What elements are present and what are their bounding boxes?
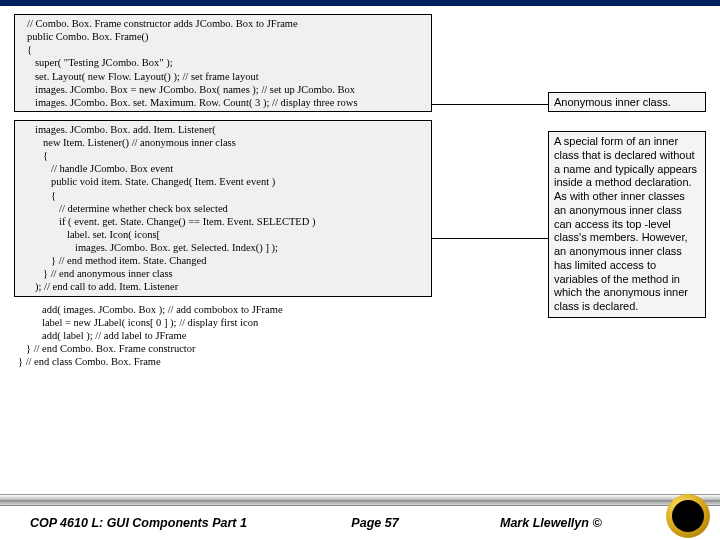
code-line: images. JCombo. Box. get. Selected. Inde…	[19, 241, 427, 254]
footer-page-number: Page 57	[300, 516, 450, 530]
logo-inner	[672, 500, 704, 532]
slide-content: // Combo. Box. Frame constructor adds JC…	[0, 6, 720, 496]
code-line: images. JCombo. Box. add. Item. Listener…	[19, 123, 427, 136]
code-line: ); // end call to add. Item. Listener	[19, 280, 427, 293]
code-line: images. JCombo. Box. set. Maximum. Row. …	[19, 96, 427, 109]
logo-circle	[666, 494, 710, 538]
code-line: set. Layout( new Flow. Layout() ); // se…	[19, 70, 427, 83]
annotation-anonymous-desc: A special form of an inner class that is…	[548, 131, 706, 318]
code-line: // determine whether check box selected	[19, 202, 427, 215]
code-line: new Item. Listener() // anonymous inner …	[19, 136, 427, 149]
code-line: label = new JLabel( icons[ 0 ] ); // dis…	[18, 316, 428, 329]
annotation-anonymous-title: Anonymous inner class.	[548, 92, 706, 112]
code-line: {	[19, 43, 427, 56]
connector-line	[432, 104, 548, 105]
code-line: public void item. State. Changed( Item. …	[19, 175, 427, 188]
code-line: {	[19, 189, 427, 202]
connector-line	[432, 238, 548, 239]
code-line: // Combo. Box. Frame constructor adds JC…	[19, 17, 427, 30]
footer: COP 4610 L: GUI Components Part 1 Page 5…	[0, 506, 720, 540]
code-line: // handle JCombo. Box event	[19, 162, 427, 175]
code-line: images. JCombo. Box = new JCombo. Box( n…	[19, 83, 427, 96]
code-line: {	[19, 149, 427, 162]
code-block-end: add( images. JCombo. Box ); // add combo…	[14, 301, 432, 369]
code-block-listener: images. JCombo. Box. add. Item. Listener…	[14, 120, 432, 297]
code-line: } // end anonymous inner class	[19, 267, 427, 280]
divider-chrome-bar	[0, 494, 720, 506]
code-line: if ( event. get. State. Change() == Item…	[19, 215, 427, 228]
code-block-constructor: // Combo. Box. Frame constructor adds JC…	[14, 14, 432, 112]
code-line: add( images. JCombo. Box ); // add combo…	[18, 303, 428, 316]
code-line: } // end method item. State. Changed	[19, 254, 427, 267]
code-line: add( label ); // add label to JFrame	[18, 329, 428, 342]
footer-course-title: COP 4610 L: GUI Components Part 1	[0, 516, 300, 530]
annotation-text: Anonymous inner class.	[554, 96, 671, 108]
annotation-text: A special form of an inner class that is…	[554, 135, 697, 312]
code-line: label. set. Icon( icons[	[19, 228, 427, 241]
code-line: super( "Testing JCombo. Box" );	[19, 56, 427, 69]
code-line: public Combo. Box. Frame()	[19, 30, 427, 43]
ucf-logo	[666, 494, 712, 540]
code-line: } // end class Combo. Box. Frame	[18, 355, 428, 368]
code-line: } // end Combo. Box. Frame constructor	[18, 342, 428, 355]
